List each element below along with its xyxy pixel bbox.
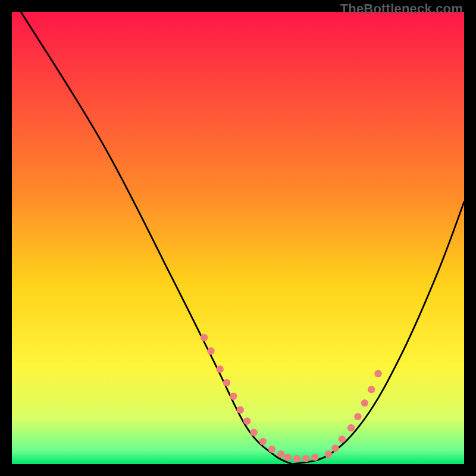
highlight-dot — [354, 413, 361, 420]
highlight-dot — [361, 399, 368, 406]
highlight-dot — [237, 406, 244, 414]
highlight-dot — [311, 453, 318, 461]
highlight-dot — [302, 455, 309, 462]
highlight-dot — [325, 450, 332, 458]
highlight-right-dots — [325, 370, 382, 458]
highlight-dot — [339, 436, 346, 443]
highlight-dot — [259, 438, 267, 445]
highlight-dot — [374, 370, 381, 377]
highlight-dot — [331, 444, 339, 452]
highlight-dot — [223, 379, 230, 386]
highlight-dot — [250, 429, 257, 436]
plot-frame — [12, 12, 464, 464]
chart-svg — [12, 12, 464, 464]
highlight-dot — [201, 334, 208, 341]
highlight-dot — [277, 450, 284, 458]
highlight-dot — [230, 393, 237, 400]
curve-right-branch — [292, 202, 464, 464]
highlight-dot — [368, 386, 375, 393]
highlight-dot — [216, 365, 223, 372]
highlight-dot — [243, 418, 250, 425]
highlight-dot — [207, 347, 214, 355]
highlight-dot — [268, 446, 275, 453]
highlight-dot — [293, 455, 300, 462]
highlight-dot — [347, 424, 355, 431]
curve-left-branch — [21, 12, 292, 464]
watermark-text: TheBottleneck.com — [340, 1, 463, 17]
highlight-dot — [284, 453, 291, 461]
